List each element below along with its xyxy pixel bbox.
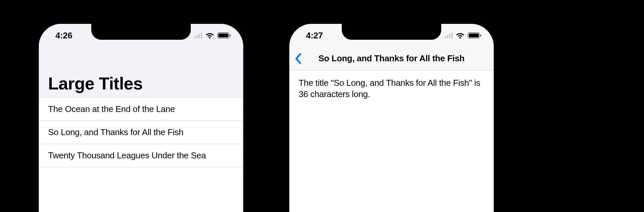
navigation-bar: So Long, and Thanks for All the Fish bbox=[289, 47, 494, 70]
detail-text: The title "So Long, and Thanks for All t… bbox=[289, 70, 494, 107]
screen: 4:26 Large Titles bbox=[39, 24, 243, 212]
wifi-icon bbox=[456, 32, 465, 39]
status-time: 4:27 bbox=[306, 30, 323, 41]
back-button[interactable] bbox=[295, 53, 302, 65]
battery-icon bbox=[217, 32, 231, 38]
battery-icon bbox=[468, 32, 481, 38]
phone-mockup-left: 4:26 Large Titles bbox=[32, 17, 250, 212]
side-button bbox=[501, 89, 504, 136]
list-item[interactable]: The Ocean at the End of the Lane bbox=[39, 98, 243, 121]
volume-up-button bbox=[279, 86, 282, 114]
screen: 4:27 bbox=[289, 24, 494, 212]
list-item[interactable]: Twenty Thousand Leagues Under the Sea bbox=[39, 144, 243, 167]
volume-down-button bbox=[279, 124, 282, 152]
list-item[interactable]: So Long, and Thanks for All the Fish bbox=[39, 121, 243, 144]
navigation-bar-large: Large Titles bbox=[39, 47, 243, 98]
mute-switch bbox=[28, 63, 32, 76]
notch bbox=[91, 24, 191, 40]
navigation-title: So Long, and Thanks for All the Fish bbox=[319, 53, 465, 64]
cellular-icon bbox=[444, 32, 453, 38]
mute-switch bbox=[279, 63, 282, 76]
svg-point-0 bbox=[209, 37, 211, 39]
table-view[interactable]: The Ocean at the End of the Lane So Long… bbox=[39, 98, 243, 167]
volume-down-button bbox=[28, 124, 32, 152]
side-button bbox=[250, 89, 254, 136]
page-title: Large Titles bbox=[48, 74, 234, 93]
status-time: 4:26 bbox=[55, 30, 72, 41]
phone-mockup-right: 4:27 bbox=[282, 17, 501, 212]
notch bbox=[342, 24, 441, 40]
svg-point-1 bbox=[460, 37, 461, 39]
cellular-icon bbox=[194, 32, 202, 38]
volume-up-button bbox=[28, 86, 32, 114]
wifi-icon bbox=[205, 32, 214, 39]
